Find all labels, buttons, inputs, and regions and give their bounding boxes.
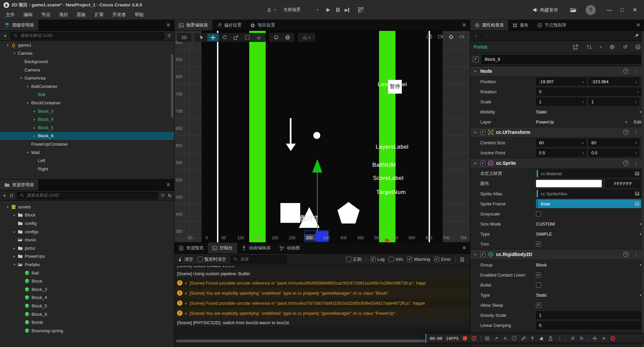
down-arrow-head[interactable] — [286, 144, 296, 151]
asset-node-Bouncing-spring[interactable]: Bouncing-spring — [0, 327, 174, 335]
help-icon[interactable]: ? — [623, 252, 629, 257]
asset-picker-icon[interactable] — [635, 191, 640, 196]
hierarchy-node-Wall[interactable]: ▾Wall — [0, 148, 174, 157]
build-megaphone-icon[interactable] — [532, 7, 538, 13]
assets-menu-icon[interactable]: ≡ — [163, 182, 174, 188]
sort-icon[interactable] — [9, 193, 14, 198]
scene-tab-偏好设置[interactable]: 偏好设置 — [212, 20, 246, 31]
scene-tab-场景编辑器[interactable]: 场景编辑器 — [174, 20, 212, 31]
move-tool-icon[interactable] — [207, 34, 219, 41]
pause-button-sprite[interactable]: 暂停 — [388, 80, 402, 94]
open-folder-icon[interactable] — [570, 7, 577, 13]
prefab-chevron-icon[interactable]: ▾ — [600, 45, 602, 49]
refresh-icon[interactable]: ↻ — [168, 193, 172, 198]
allow-sleep-checkbox[interactable]: ✓ — [536, 303, 541, 308]
hierarchy-node-BlockContainer[interactable]: ▾BlockContainer — [0, 99, 174, 107]
component-enabled-checkbox[interactable]: ✓ — [480, 252, 485, 257]
asset-node-Block_3[interactable]: Block_3 — [0, 285, 174, 294]
green-bar-left[interactable] — [249, 31, 266, 242]
add-node-button[interactable]: + — [2, 33, 8, 39]
flask-icon[interactable] — [548, 336, 553, 341]
filter-error-checkbox[interactable]: ✓Error — [434, 257, 451, 262]
union-tool-icon[interactable]: ∪ — [253, 34, 264, 41]
console-horizontal-scrollbar[interactable] — [176, 340, 466, 342]
expand-icon[interactable]: ▸ — [185, 301, 187, 305]
prefab-open-icon[interactable] — [573, 44, 578, 50]
自定义材质-asset-field[interactable]: cc.Material — [536, 169, 641, 178]
color-hex-value[interactable]: FFFFFF — [605, 179, 641, 188]
hierarchy-menu-icon[interactable]: ≡ — [163, 22, 174, 29]
value-input[interactable]: -19.907x — [536, 78, 586, 86]
maximize-button[interactable]: □ — [616, 7, 629, 13]
scene-label-TargetNum[interactable]: TargetNum — [376, 189, 406, 196]
kebab-menu-icon[interactable]: ⋮ — [634, 130, 639, 135]
hierarchy-node-PowerUpContainer[interactable]: PowerUpContainer — [0, 140, 174, 148]
filter-log-checkbox[interactable]: ✓Log — [371, 257, 385, 262]
trim-checkbox[interactable]: ✓ — [536, 242, 541, 247]
rect-tool-icon[interactable] — [241, 34, 253, 41]
asset-node-Block_4[interactable]: Block_4 — [0, 294, 174, 302]
asset-node-configs[interactable]: ▸configs — [0, 228, 174, 236]
chevron-right-icon[interactable]: ▸ — [31, 126, 38, 130]
console-tab-动画编辑器[interactable]: 动画编辑器 — [237, 243, 275, 253]
undo-icon[interactable]: ↺ — [570, 336, 575, 341]
layer-select[interactable]: PowerUp▾ — [536, 119, 627, 125]
camera-add-icon[interactable] — [459, 34, 465, 39]
asset-node-assets[interactable]: ▾assets — [0, 203, 174, 211]
inspector-tab-属性检查器[interactable]: 属性检查器 — [470, 20, 508, 31]
hierarchy-node-Left[interactable]: Left — [0, 156, 174, 165]
filter-icon[interactable] — [160, 193, 165, 198]
pencil-icon[interactable] — [521, 336, 526, 341]
text-t-icon[interactable]: T — [530, 336, 535, 341]
assets-search-input[interactable]: 搜索名称或 UUID — [17, 192, 158, 199]
chevron-down-icon[interactable]: ▾ — [24, 101, 31, 105]
hierarchy-node-Background[interactable]: Background — [0, 57, 174, 66]
caret-icon[interactable]: Λ — [502, 336, 508, 341]
inspector-tab-服务[interactable]: 服务 — [508, 20, 533, 31]
chevron-down-icon[interactable]: ▾ — [473, 253, 478, 256]
pause-button[interactable] — [336, 8, 339, 12]
close-button[interactable]: ✕ — [629, 7, 641, 13]
hierarchy-node-Ball[interactable]: Ball — [0, 91, 174, 99]
hierarchy-node-game1[interactable]: ▾game1 — [0, 41, 174, 49]
sprite-frame-asset-field[interactable]: 6star — [536, 199, 641, 208]
asset-node-Block[interactable]: ▸Block — [0, 211, 174, 219]
scene-label-LayersLabel[interactable]: LayersLabel — [376, 144, 409, 150]
hierarchy-node-Block_3[interactable]: ▸Block_3 — [0, 107, 174, 115]
component-enabled-checkbox[interactable]: ✓ — [480, 130, 485, 135]
console-tab-资源预览[interactable]: 资源预览 — [174, 243, 208, 253]
bullet-checkbox[interactable] — [536, 283, 541, 288]
chevron-right-icon[interactable]: ▸ — [31, 109, 38, 113]
hierarchy-scrollbar[interactable] — [171, 54, 173, 118]
filter-icon[interactable] — [166, 34, 172, 38]
chevron-right-icon[interactable]: ▸ — [31, 134, 38, 138]
value-input[interactable]: 0 — [536, 321, 641, 329]
kebab-icon[interactable]: ⋮ — [557, 336, 562, 341]
log-file-icon[interactable] — [460, 257, 465, 262]
expand-icon[interactable]: ▸ — [185, 291, 187, 295]
redo-icon[interactable]: ↻ — [579, 336, 584, 341]
forward-icon[interactable]: › — [485, 33, 487, 39]
value-input[interactable]: 1x — [536, 98, 586, 106]
asset-node-Prefabs[interactable]: ▾Prefabs — [0, 260, 174, 269]
stop-icon[interactable] — [462, 336, 468, 341]
layout-grid-icon[interactable] — [358, 7, 364, 13]
section-header-cc.Sprite[interactable]: ▾✓cc.Sprite?⋮ — [470, 158, 644, 168]
clear-on-preview-checkbox[interactable]: 预览时清空 — [198, 256, 226, 262]
node-enabled-checkbox[interactable]: ✓ — [473, 56, 479, 62]
stats-icon[interactable]: ▾ — [299, 34, 314, 41]
menu-编辑[interactable]: 编辑 — [19, 10, 37, 19]
camera-icon[interactable] — [437, 34, 443, 39]
value-input[interactable]: -323.964y — [588, 78, 639, 86]
hierarchy-node-Camera[interactable]: Camera — [0, 66, 174, 74]
type-select[interactable]: Static▾ — [536, 293, 641, 298]
chevron-down-icon[interactable]: ▾ — [24, 151, 31, 154]
chevron-down-icon[interactable]: ▾ — [11, 263, 18, 266]
help-button[interactable]: ? — [586, 5, 596, 15]
help-icon[interactable]: ? — [623, 130, 629, 135]
type-select[interactable]: SIMPLE▾ — [536, 232, 641, 237]
hierarchy-node-Block_5[interactable]: ▸Block_5 — [0, 123, 174, 132]
grid-toggle-icon[interactable] — [427, 34, 432, 39]
asset-node-pictur[interactable]: ▸pictur — [0, 244, 174, 252]
asset-node-Bomb[interactable]: Bomb — [0, 318, 174, 327]
